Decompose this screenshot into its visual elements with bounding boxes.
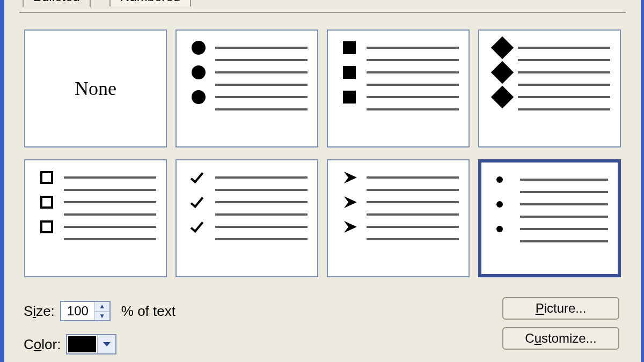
spinner-up-icon[interactable]: ▲ [95, 302, 109, 312]
preview [343, 170, 459, 271]
bullet-option-arrowhead[interactable] [327, 159, 470, 277]
preview [192, 170, 308, 271]
square-icon [343, 41, 356, 54]
tab-bulleted[interactable]: Bulleted [23, 0, 91, 8]
diamond-icon [491, 86, 514, 108]
preview [192, 40, 308, 141]
disc-icon [192, 90, 206, 104]
checkmark-icon [192, 219, 207, 234]
bullet-option-checkmark[interactable] [175, 159, 318, 277]
size-value[interactable]: 100 [61, 304, 94, 319]
button-label: Customize... [525, 331, 596, 346]
hollow-square-icon [40, 196, 53, 209]
tab-numbered[interactable]: Numbered [109, 0, 191, 6]
svg-marker-0 [344, 172, 357, 183]
preview [343, 40, 459, 141]
arrowhead-icon [343, 171, 359, 184]
bullet-style-grid: None [19, 29, 626, 277]
small-dot-icon [496, 176, 503, 183]
bullet-option-disc[interactable] [175, 29, 318, 147]
bullet-option-diamond[interactable] [478, 29, 621, 147]
checkmark-icon [192, 170, 207, 185]
diamond-icon [491, 36, 514, 59]
tab-strip: Bulleted Numbered [19, 0, 626, 13]
small-dot-icon [496, 226, 503, 232]
bullet-option-none[interactable]: None [24, 29, 167, 147]
disc-icon [192, 65, 206, 79]
hollow-square-icon [40, 171, 53, 184]
preview [494, 40, 610, 141]
small-dot-icon [496, 201, 503, 208]
svg-marker-2 [344, 221, 357, 233]
square-icon [343, 91, 356, 104]
preview [40, 170, 156, 271]
size-spinner[interactable]: 100 ▲ ▼ [60, 301, 111, 321]
checkmark-icon [192, 195, 207, 210]
color-swatch [67, 335, 97, 353]
customize-button[interactable]: Customize... [502, 327, 619, 350]
bullets-dialog-body: Bulleted Numbered None [0, 0, 644, 362]
dialog-bottom-controls: Size: 100 ▲ ▼ % of text Color: [24, 297, 619, 359]
bullet-option-square[interactable] [327, 29, 470, 147]
svg-marker-3 [103, 342, 111, 346]
color-picker[interactable] [66, 334, 116, 354]
bullet-option-hollow-square[interactable] [24, 159, 167, 277]
arrowhead-icon [343, 220, 359, 234]
hollow-square-icon [40, 220, 53, 233]
bullet-none-label: None [75, 77, 116, 100]
svg-marker-1 [344, 196, 357, 208]
preview [496, 172, 608, 269]
disc-icon [192, 41, 206, 55]
picture-button[interactable]: Picture... [502, 297, 619, 320]
diamond-icon [491, 61, 514, 84]
bullet-option-small-dot[interactable] [478, 159, 621, 277]
color-dropdown-button[interactable] [97, 335, 115, 353]
chevron-down-icon [103, 342, 111, 347]
square-icon [343, 66, 356, 79]
button-label: Picture... [536, 301, 587, 316]
size-spinner-buttons[interactable]: ▲ ▼ [94, 302, 109, 320]
color-label: Color: [24, 336, 61, 353]
size-label: Size: [24, 303, 55, 320]
arrowhead-icon [343, 195, 359, 209]
size-suffix: % of text [121, 303, 175, 320]
spinner-down-icon[interactable]: ▼ [95, 312, 109, 321]
